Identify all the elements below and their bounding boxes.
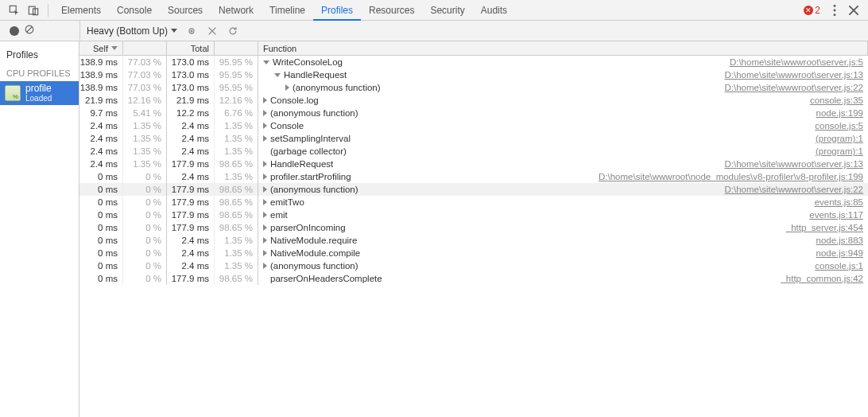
tab-timeline[interactable]: Timeline xyxy=(262,0,313,21)
cell-self-time: 0 ms xyxy=(79,208,123,221)
source-link[interactable]: D:\home\site\wwwroot\server.js:13 xyxy=(720,68,868,81)
error-count-badge[interactable]: ✕ 2 xyxy=(804,5,820,16)
svg-point-5 xyxy=(834,14,836,16)
source-link[interactable]: node.js:199 xyxy=(812,107,868,119)
function-name: Console.log xyxy=(270,94,319,107)
source-link[interactable]: node.js:949 xyxy=(812,247,868,259)
clear-button-icon[interactable] xyxy=(24,24,35,37)
cell-self-time: 0 ms xyxy=(79,247,123,259)
source-link[interactable]: D:\home\site\wwwroot\server.js:5 xyxy=(725,56,868,68)
source-link[interactable]: D:\home\site\wwwroot\server.js:22 xyxy=(720,183,868,196)
source-link[interactable]: _http_server.js:454 xyxy=(781,221,868,234)
cell-total-percent: 177.9 ms xyxy=(167,272,215,285)
expand-arrow-icon[interactable] xyxy=(285,84,289,91)
expand-arrow-icon[interactable] xyxy=(263,123,267,129)
cell-self-time: 2.4 ms xyxy=(79,145,123,158)
column-self-percent[interactable] xyxy=(123,41,167,55)
expand-arrow-icon[interactable] xyxy=(263,161,267,167)
profile-row[interactable]: 0 ms0 %177.9 ms98.65 %parserOnIncoming_h… xyxy=(79,221,868,234)
profile-row[interactable]: 0 ms0 %177.9 ms98.65 %emitevents.js:117 xyxy=(79,208,868,221)
expand-arrow-icon[interactable] xyxy=(263,110,267,116)
tab-console[interactable]: Console xyxy=(109,0,160,21)
expand-arrow-icon[interactable] xyxy=(263,199,267,205)
source-link[interactable]: events.js:85 xyxy=(810,196,868,208)
inspect-element-icon[interactable] xyxy=(7,3,21,18)
profile-row[interactable]: 138.9 ms77.03 %173.0 ms95.95 %HandleRequ… xyxy=(79,68,868,81)
cell-self-percent: 77.03 % xyxy=(123,56,167,68)
focus-icon[interactable] xyxy=(185,25,198,37)
function-name: parserOnIncoming xyxy=(270,221,346,234)
source-link[interactable]: (program):1 xyxy=(811,132,868,145)
cell-self-percent: 1.35 % xyxy=(123,119,167,132)
column-total[interactable]: Total xyxy=(167,41,215,55)
profile-row[interactable]: 0 ms0 %177.9 ms98.65 %parserOnHeadersCom… xyxy=(79,272,868,285)
cell-self-time: 0 ms xyxy=(79,221,123,234)
profile-row[interactable]: 0 ms0 %177.9 ms98.65 %emitTwoevents.js:8… xyxy=(79,196,868,208)
column-total-percent[interactable] xyxy=(215,41,258,55)
source-link[interactable]: node.js:883 xyxy=(812,234,868,247)
function-name: (anonymous function) xyxy=(270,107,358,119)
source-link[interactable]: D:\home\site\wwwroot\server.js:13 xyxy=(720,158,868,170)
column-function[interactable]: Function xyxy=(258,41,868,55)
expand-arrow-icon[interactable] xyxy=(263,250,267,256)
source-link[interactable]: _http_common.js:42 xyxy=(776,272,868,285)
expand-arrow-icon[interactable] xyxy=(263,263,267,269)
profile-row[interactable]: 21.9 ms12.16 %21.9 ms12.16 %Console.logc… xyxy=(79,94,868,107)
cell-self-time: 21.9 ms xyxy=(79,94,123,107)
view-selector[interactable]: Heavy (Bottom Up) xyxy=(87,25,177,37)
source-link[interactable]: console.js:35 xyxy=(805,94,868,107)
cell-self-percent: 0 % xyxy=(123,247,167,259)
tab-elements[interactable]: Elements xyxy=(53,0,109,21)
tab-audits[interactable]: Audits xyxy=(473,0,515,21)
profile-row[interactable]: 2.4 ms1.35 %177.9 ms98.65 %HandleRequest… xyxy=(79,158,868,170)
profile-row[interactable]: 0 ms0 %2.4 ms1.35 %NativeModule.requiren… xyxy=(79,234,868,247)
error-icon: ✕ xyxy=(804,6,813,15)
profile-row[interactable]: 0 ms0 %2.4 ms1.35 %profiler.startProfili… xyxy=(79,170,868,183)
column-headers: Self Total Function xyxy=(79,41,868,56)
tab-security[interactable]: Security xyxy=(422,0,472,21)
collapse-arrow-icon[interactable] xyxy=(263,60,269,64)
tab-network[interactable]: Network xyxy=(211,0,262,21)
source-link[interactable]: events.js:117 xyxy=(804,208,868,221)
source-link[interactable]: console.js:5 xyxy=(810,119,868,132)
source-link[interactable]: (program):1 xyxy=(811,145,868,158)
tab-profiles[interactable]: Profiles xyxy=(313,0,361,21)
expand-arrow-icon[interactable] xyxy=(263,224,267,231)
column-self[interactable]: Self xyxy=(79,41,123,55)
chevron-down-icon xyxy=(171,29,177,33)
expand-arrow-icon[interactable] xyxy=(263,135,267,142)
profile-row[interactable]: 0 ms0 %177.9 ms98.65 %(anonymous functio… xyxy=(79,183,868,196)
tab-sources[interactable]: Sources xyxy=(160,0,211,21)
sidebar-section-label: CPU PROFILES xyxy=(0,65,79,81)
function-name: emit xyxy=(270,208,288,221)
profile-row[interactable]: 9.7 ms5.41 %12.2 ms6.76 %(anonymous func… xyxy=(79,107,868,119)
expand-arrow-icon[interactable] xyxy=(263,97,267,103)
function-name: WriteConsoleLog xyxy=(273,56,343,68)
profile-row[interactable]: 2.4 ms1.35 %2.4 ms1.35 %Consoleconsole.j… xyxy=(79,119,868,132)
error-count: 2 xyxy=(815,5,820,16)
record-button-icon[interactable] xyxy=(10,26,19,36)
kebab-menu-icon[interactable] xyxy=(827,3,842,18)
expand-arrow-icon[interactable] xyxy=(263,186,267,193)
profile-row[interactable]: 2.4 ms1.35 %2.4 ms1.35 %(garbage collect… xyxy=(79,145,868,158)
profile-list-item[interactable]: profile Loaded xyxy=(0,81,79,105)
cell-self-time: 138.9 ms xyxy=(79,81,123,94)
device-mode-icon[interactable] xyxy=(26,3,41,18)
exclude-icon[interactable] xyxy=(206,25,219,37)
close-devtools-icon[interactable] xyxy=(847,3,861,18)
profile-row[interactable]: 0 ms0 %2.4 ms1.35 %(anonymous function)c… xyxy=(79,259,868,272)
expand-arrow-icon[interactable] xyxy=(263,173,267,180)
profile-row[interactable]: 138.9 ms77.03 %173.0 ms95.95 %(anonymous… xyxy=(79,81,868,94)
source-link[interactable]: D:\home\site\wwwroot\server.js:22 xyxy=(720,81,868,94)
expand-arrow-icon[interactable] xyxy=(263,237,267,244)
refresh-icon[interactable] xyxy=(227,25,239,37)
cell-function: parserOnHeadersComplete_http_common.js:4… xyxy=(258,272,868,285)
source-link[interactable]: D:\home\site\wwwroot\node_modules\v8-pro… xyxy=(594,170,868,183)
tab-resources[interactable]: Resources xyxy=(361,0,422,21)
profile-row[interactable]: 0 ms0 %2.4 ms1.35 %NativeModule.compilen… xyxy=(79,247,868,259)
collapse-arrow-icon[interactable] xyxy=(274,73,281,77)
source-link[interactable]: console.js:1 xyxy=(810,259,868,272)
profile-row[interactable]: 2.4 ms1.35 %2.4 ms1.35 %setSamplingInter… xyxy=(79,132,868,145)
expand-arrow-icon[interactable] xyxy=(263,212,267,218)
profile-row[interactable]: 138.9 ms77.03 %173.0 ms95.95 %WriteConso… xyxy=(79,56,868,68)
